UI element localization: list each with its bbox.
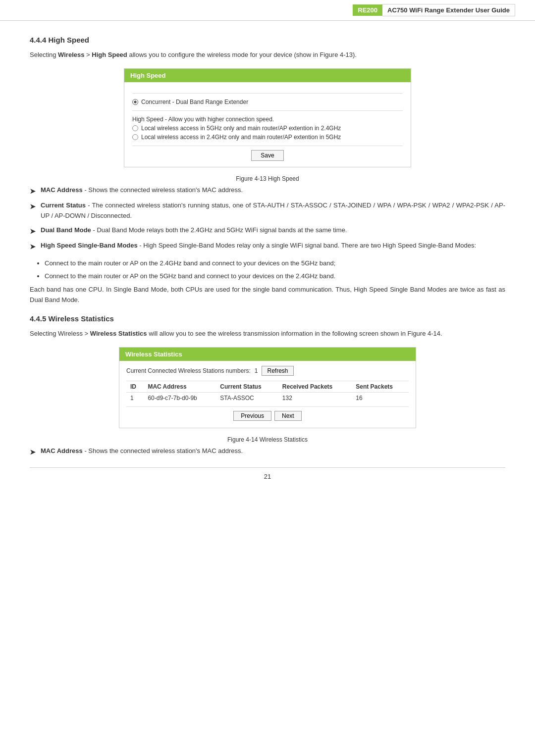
ws-table-body: 1 60-d9-c7-7b-d0-9b STA-ASSOC 132 16	[126, 392, 409, 403]
ws-figure-title: Wireless Statistics	[119, 348, 416, 361]
ws-table-head: ID MAC Address Current Status Received P…	[126, 381, 409, 392]
refresh-button[interactable]: Refresh	[262, 366, 293, 376]
radio-24ghz-row: Local wireless access in 2.4GHz only and…	[132, 134, 403, 141]
table-row: 1 60-d9-c7-7b-d0-9b STA-ASSOC 132 16	[126, 392, 409, 403]
section-445-bullets: ➤ MAC Address - Shows the connected wire…	[30, 185, 505, 252]
section-445-footer: Each band has one CPU. In Single Band Mo…	[30, 285, 505, 305]
ws-col-mac: MAC Address	[144, 381, 216, 392]
ws-table: ID MAC Address Current Status Received P…	[126, 381, 409, 403]
radio-24ghz-icon[interactable]	[132, 134, 138, 140]
figure-414-caption: Figure 4-14 Wireless Statistics	[30, 436, 505, 443]
sub-bullet-1: Connect to the main router or AP on the …	[45, 258, 505, 269]
radio-concurrent-label: Concurrent - Dual Band Range Extender	[141, 99, 248, 105]
section-445-heading: 4.4.4 High Speed	[30, 36, 505, 44]
bullet-arrow-5: ➤	[30, 447, 36, 457]
ws-nav-row: Previous Next	[126, 406, 409, 423]
hs-speed-text: High Speed - Allow you with higher conne…	[132, 116, 403, 123]
bullet-current-status: ➤ Current Status - The connected wireles…	[30, 201, 505, 221]
bullet-dual-text: Dual Band Mode - Dual Band Mode relays b…	[41, 225, 347, 236]
ws-col-status: Current Status	[216, 381, 278, 392]
ws-row1-status: STA-ASSOC	[216, 392, 278, 403]
ws-connected-row: Current Connected Wireless Stations numb…	[126, 366, 409, 376]
page-number: 21	[30, 467, 505, 480]
ws-col-sent: Sent Packets	[352, 381, 409, 392]
sub-bullet-2: Connect to the main router or AP on the …	[45, 271, 505, 282]
bullet-mac-label: MAC Address	[41, 186, 83, 194]
ws-row1-received: 132	[278, 392, 352, 403]
ws-connected-count: 1	[255, 367, 258, 374]
ws-figure-body: Current Connected Wireless Stations numb…	[119, 361, 416, 428]
ws-col-id: ID	[126, 381, 144, 392]
bullet-arrow-2: ➤	[30, 201, 36, 212]
bullet-current-text: Current Status - The connected wireless …	[41, 201, 505, 221]
ws-table-header-row: ID MAC Address Current Status Received P…	[126, 381, 409, 392]
radio-5ghz-label: Local wireless access in 5GHz only and m…	[141, 125, 341, 132]
bullet-current-label: Current Status	[41, 202, 86, 209]
main-content: 4.4.4 High Speed Selecting Wireless > Hi…	[0, 26, 535, 500]
bullet-arrow-4: ➤	[30, 241, 36, 252]
bullet-arrow-1: ➤	[30, 186, 36, 197]
high-speed-figure-title: High Speed	[124, 69, 411, 82]
next-button[interactable]: Next	[274, 411, 302, 421]
bullet-dual-label: Dual Band Mode	[41, 226, 91, 234]
high-speed-figure-body: Concurrent - Dual Band Range Extender Hi…	[124, 82, 411, 167]
radio-concurrent-row: Concurrent - Dual Band Range Extender	[132, 99, 403, 105]
bullet-arrow-3: ➤	[30, 226, 36, 237]
bullet-mac-address: ➤ MAC Address - Shows the connected wire…	[30, 185, 505, 197]
radio-5ghz-icon[interactable]	[132, 125, 138, 131]
ws-row1-mac: 60-d9-c7-7b-d0-9b	[144, 392, 216, 403]
save-row: Save	[132, 146, 403, 161]
radio-5ghz-row: Local wireless access in 5GHz only and m…	[132, 125, 403, 132]
ws-row1-id: 1	[126, 392, 144, 403]
ws-row1-sent: 16	[352, 392, 409, 403]
previous-button[interactable]: Previous	[233, 411, 271, 421]
brand-re200: RE200	[353, 4, 382, 16]
section-446-heading: 4.4.5 Wireless Statistics	[30, 314, 505, 323]
radio-concurrent-icon[interactable]	[132, 99, 138, 105]
section-446-intro: Selecting Wireless > Wireless Statistics…	[30, 329, 505, 339]
bullet-high-speed-single: ➤ High Speed Single-Band Modes - High Sp…	[30, 241, 505, 252]
bullet-hs-label: High Speed Single-Band Modes	[41, 242, 138, 249]
guide-title: AC750 WiFi Range Extender User Guide	[382, 4, 515, 16]
bullet-hs-text: High Speed Single-Band Modes - High Spee…	[41, 241, 476, 251]
bullet-mac-text: MAC Address - Shows the connected wirele…	[41, 185, 243, 196]
bullet-mac-446-text: MAC Address - Shows the connected wirele…	[41, 446, 243, 456]
sub-bullet-list: Connect to the main router or AP on the …	[45, 258, 505, 282]
high-speed-figure: High Speed Concurrent - Dual Band Range …	[124, 68, 411, 167]
wireless-stats-figure: Wireless Statistics Current Connected Wi…	[119, 347, 416, 428]
ws-connected-label: Current Connected Wireless Stations numb…	[126, 367, 251, 374]
figure-413-caption: Figure 4-13 High Speed	[30, 175, 505, 182]
bullet-mac-446-label: MAC Address	[41, 447, 83, 454]
bullet-mac-address-446: ➤ MAC Address - Shows the connected wire…	[30, 446, 505, 457]
section-445-intro: Selecting Wireless > High Speed allows y…	[30, 50, 505, 60]
brand-block: RE200 AC750 WiFi Range Extender User Gui…	[353, 4, 515, 16]
save-button[interactable]: Save	[251, 150, 283, 161]
bullet-dual-band: ➤ Dual Band Mode - Dual Band Mode relays…	[30, 225, 505, 237]
ws-col-received: Received Packets	[278, 381, 352, 392]
section-446-bullets: ➤ MAC Address - Shows the connected wire…	[30, 446, 505, 457]
page-header: RE200 AC750 WiFi Range Extender User Gui…	[0, 0, 535, 21]
radio-24ghz-label: Local wireless access in 2.4GHz only and…	[141, 134, 341, 141]
